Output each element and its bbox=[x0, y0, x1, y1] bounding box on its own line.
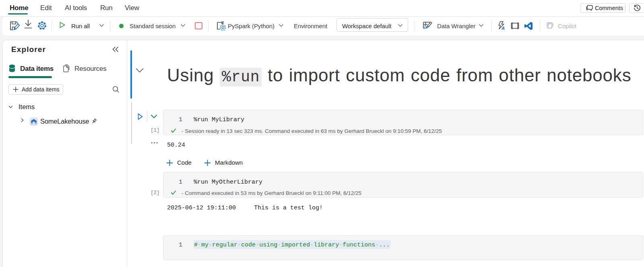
svg-text:A: A bbox=[501, 26, 505, 31]
